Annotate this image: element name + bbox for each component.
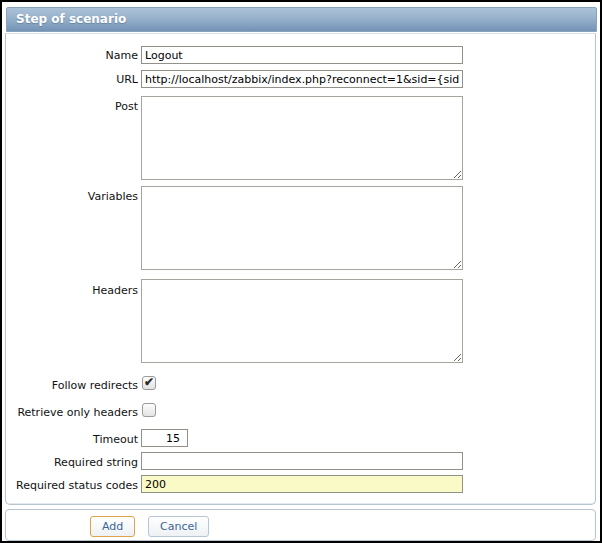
- headers-textarea[interactable]: [141, 279, 463, 363]
- retrieve-only-headers-label: Retrieve only headers: [14, 406, 138, 419]
- step-form: Name URL Post Variables Headers Follow r…: [5, 33, 596, 505]
- add-button[interactable]: Add: [90, 516, 135, 537]
- url-label: URL: [14, 73, 138, 86]
- follow-redirects-checkbox[interactable]: [142, 376, 156, 390]
- name-input[interactable]: [141, 46, 463, 64]
- dialog-title: Step of scenario: [16, 12, 126, 26]
- required-status-codes-input[interactable]: [141, 475, 463, 493]
- timeout-label: Timeout: [14, 433, 138, 446]
- url-input[interactable]: [141, 70, 463, 88]
- retrieve-only-headers-checkbox[interactable]: [142, 403, 156, 417]
- post-textarea[interactable]: [141, 96, 463, 180]
- cancel-button[interactable]: Cancel: [148, 516, 209, 537]
- name-label: Name: [14, 49, 138, 62]
- required-status-codes-label: Required status codes: [14, 479, 138, 492]
- required-string-label: Required string: [14, 456, 138, 469]
- required-string-input[interactable]: [141, 452, 463, 470]
- headers-label: Headers: [14, 284, 138, 297]
- post-label: Post: [14, 100, 138, 113]
- dialog-footer: Add Cancel: [5, 509, 596, 541]
- variables-textarea[interactable]: [141, 186, 463, 270]
- timeout-input[interactable]: [141, 429, 188, 447]
- follow-redirects-label: Follow redirects: [14, 379, 138, 392]
- step-of-scenario-dialog: Step of scenario Name URL Post Variables…: [0, 0, 602, 543]
- variables-label: Variables: [14, 190, 138, 203]
- dialog-titlebar: Step of scenario: [6, 7, 597, 32]
